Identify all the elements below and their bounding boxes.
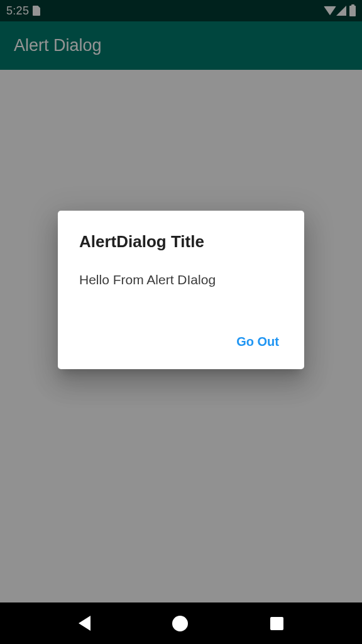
home-icon[interactable] — [172, 616, 188, 631]
alert-dialog: AlertDialog Title Hello From Alert DIalo… — [58, 211, 304, 369]
go-out-button[interactable]: Go Out — [233, 327, 283, 357]
dialog-actions: Go Out — [79, 327, 283, 357]
recent-apps-icon[interactable] — [270, 617, 283, 630]
navigation-bar — [0, 602, 362, 644]
back-icon[interactable] — [79, 616, 90, 631]
dialog-message: Hello From Alert DIalog — [79, 270, 283, 289]
dialog-scrim[interactable]: AlertDialog Title Hello From Alert DIalo… — [0, 0, 362, 602]
dialog-title: AlertDialog Title — [79, 232, 283, 252]
